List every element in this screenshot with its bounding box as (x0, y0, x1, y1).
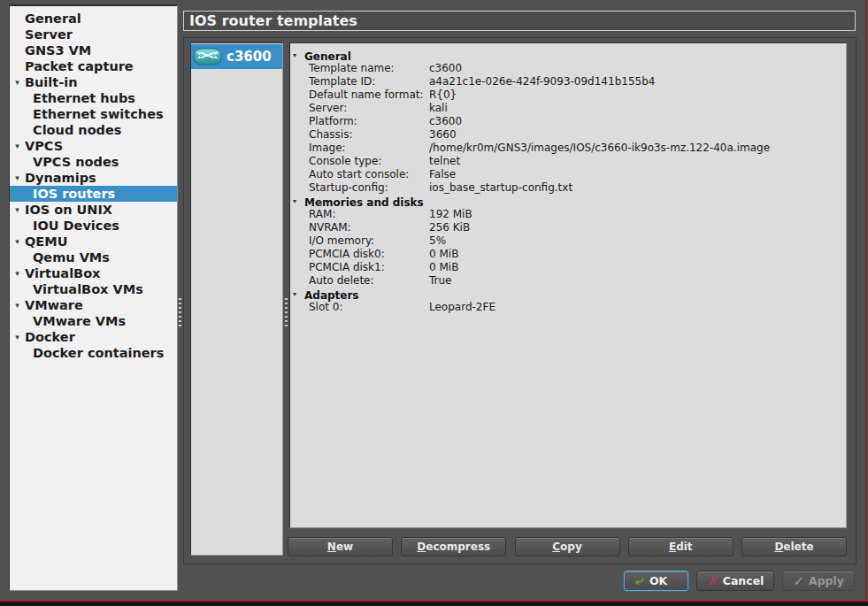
ok-button[interactable]: ↩ OK (624, 571, 688, 591)
sidebar-item-vpcs-nodes[interactable]: VPCS nodes (10, 154, 177, 170)
template-list-item-c3600[interactable]: c3600 (191, 44, 282, 69)
detail-value: kali (429, 102, 846, 115)
edit-button[interactable]: Edit (628, 537, 734, 556)
sidebar-item-label: Packet capture (25, 58, 134, 74)
sidebar-item-docker-containers[interactable]: Docker containers (10, 345, 177, 361)
detail-row-slot-0: Slot 0: Leopard-2FE (290, 301, 846, 314)
sidebar-item-ethernet-hubs[interactable]: Ethernet hubs (10, 90, 177, 106)
detail-section-header[interactable]: ▾ Memories and disks (290, 195, 846, 208)
sidebar-item-label: IOS routers (33, 186, 115, 202)
sidebar-item-vmware-vms[interactable]: VMware VMs (10, 313, 177, 329)
sidebar-item-ios-on-unix[interactable]: ▾ IOS on UNIX (10, 202, 177, 218)
sidebar-item-ethernet-switches[interactable]: Ethernet switches (10, 106, 177, 122)
detail-section-memories-and-disks: ▾ Memories and disks RAM: 192 MiB NVRAM:… (290, 195, 846, 288)
sidebar-item-iou-devices[interactable]: IOU Devices (10, 218, 177, 234)
sidebar-item-virtualbox[interactable]: ▾ VirtualBox (10, 265, 177, 281)
detail-value: 192 MiB (429, 208, 846, 221)
sidebar-item-vmware[interactable]: ▾ VMware (10, 297, 177, 313)
detail-row-chassis: Chassis: 3660 (290, 128, 846, 142)
apply-button[interactable]: ✓ Apply (782, 571, 855, 591)
sidebar-item-label: Docker containers (33, 345, 164, 361)
template-item-label: c3600 (227, 49, 272, 65)
detail-label: Slot 0: (309, 301, 429, 314)
detail-row-i-o-memory: I/O memory: 5% (290, 234, 846, 248)
branch-collapse-icon[interactable]: ▾ (12, 138, 23, 154)
sidebar-item-label: Dynamips (25, 170, 96, 186)
sidebar-item-qemu-vms[interactable]: Qemu VMs (10, 249, 177, 265)
ok-icon: ↩ (633, 573, 646, 588)
sidebar-item-cloud-nodes[interactable]: Cloud nodes (10, 122, 177, 138)
sidebar-item-vpcs[interactable]: ▾ VPCS (10, 138, 177, 154)
detail-label: Server: (309, 102, 429, 115)
detail-label: Default name format: (309, 88, 429, 102)
detail-section-rows: Template name: c3600 Template ID: a4a21c… (290, 62, 846, 195)
detail-label: Auto start console: (309, 168, 429, 181)
sidebar-item-dynamips[interactable]: ▾ Dynamips (10, 170, 177, 186)
detail-value: Leopard-2FE (429, 301, 846, 314)
sidebar-item-label: Qemu VMs (33, 249, 110, 265)
detail-value: False (429, 168, 846, 181)
sidebar-item-label: Built-in (25, 74, 78, 90)
sidebar-tree: General Server GNS3 VM Packet capture ▾ … (9, 4, 178, 591)
detail-row-default-name-format: Default name format: R{0} (290, 88, 846, 102)
detail-label: I/O memory: (309, 234, 429, 248)
sidebar-item-label: Cloud nodes (33, 122, 121, 138)
list-splitter-handle[interactable] (285, 298, 288, 327)
delete-button[interactable]: Delete (741, 537, 847, 556)
router-icon (193, 46, 223, 67)
section-collapse-icon[interactable]: ▾ (293, 195, 296, 208)
window-edge-bar-bottom (0, 602, 868, 606)
detail-section-title: General (304, 50, 351, 63)
detail-section-header[interactable]: ▾ General (290, 49, 846, 62)
copy-button[interactable]: Copy (515, 537, 620, 556)
detail-value: a4a21c1e-026e-424f-9093-09d141b155b4 (429, 75, 846, 88)
branch-collapse-icon[interactable]: ▾ (12, 74, 23, 90)
detail-label: PCMCIA disk0: (309, 248, 429, 261)
sidebar-item-label: VirtualBox (25, 265, 100, 281)
sidebar-item-label: VMware (25, 297, 83, 313)
detail-section-title: Memories and disks (304, 196, 424, 209)
template-details: ▾ General Template name: c3600 Template … (289, 42, 847, 528)
detail-section-title: Adapters (304, 289, 359, 302)
sidebar-item-built-in[interactable]: ▾ Built-in (10, 74, 177, 90)
page-title: IOS router templates (183, 11, 856, 31)
detail-value: /home/kr0m/GNS3/images/IOS/c3660-ik9o3s-… (429, 142, 846, 155)
templates-list: c3600 (190, 42, 283, 556)
detail-section-header[interactable]: ▾ Adapters (290, 288, 846, 301)
detail-label: Image: (309, 142, 429, 155)
sidebar-splitter-handle[interactable] (179, 298, 181, 327)
section-collapse-icon[interactable]: ▾ (293, 288, 296, 301)
sidebar-item-label: General (25, 11, 81, 27)
sidebar-item-ios-routers[interactable]: IOS routers (10, 186, 177, 202)
new-button[interactable]: New (288, 537, 393, 556)
sidebar-item-label: VPCS (25, 138, 63, 154)
sidebar-item-virtualbox-vms[interactable]: VirtualBox VMs (10, 281, 177, 297)
branch-collapse-icon[interactable]: ▾ (12, 202, 23, 218)
detail-value: ios_base_startup-config.txt (429, 181, 846, 195)
sidebar-item-general[interactable]: General (10, 11, 177, 27)
detail-value: 5% (429, 234, 846, 248)
cancel-button[interactable]: ✗ Cancel (696, 571, 774, 591)
sidebar-item-docker[interactable]: ▾ Docker (10, 329, 177, 345)
sidebar-item-packet-capture[interactable]: Packet capture (10, 58, 177, 74)
section-collapse-icon[interactable]: ▾ (293, 49, 296, 62)
sidebar-item-server[interactable]: Server (10, 27, 177, 42)
sidebar-item-qemu[interactable]: ▾ QEMU (10, 234, 177, 249)
branch-collapse-icon[interactable]: ▾ (12, 265, 23, 281)
detail-label: Template ID: (309, 75, 429, 88)
sidebar-item-label: GNS3 VM (25, 42, 91, 58)
branch-collapse-icon[interactable]: ▾ (12, 234, 23, 249)
decompress-button[interactable]: Decompress (401, 537, 506, 556)
detail-section-rows: RAM: 192 MiB NVRAM: 256 KiB I/O memory: … (290, 208, 846, 288)
detail-value: 0 MiB (429, 261, 846, 274)
branch-collapse-icon[interactable]: ▾ (12, 329, 23, 345)
detail-value: R{0} (429, 88, 846, 102)
sidebar-item-gns3-vm[interactable]: GNS3 VM (10, 42, 177, 58)
detail-row-platform: Platform: c3600 (290, 115, 846, 128)
detail-section-general: ▾ General Template name: c3600 Template … (290, 49, 846, 195)
detail-row-startup-config: Startup-config: ios_base_startup-config.… (290, 181, 846, 195)
sidebar-item-label: Docker (25, 329, 75, 345)
branch-collapse-icon[interactable]: ▾ (12, 170, 23, 186)
branch-collapse-icon[interactable]: ▾ (12, 297, 23, 313)
preferences-window: General Server GNS3 VM Packet capture ▾ … (0, 0, 868, 606)
